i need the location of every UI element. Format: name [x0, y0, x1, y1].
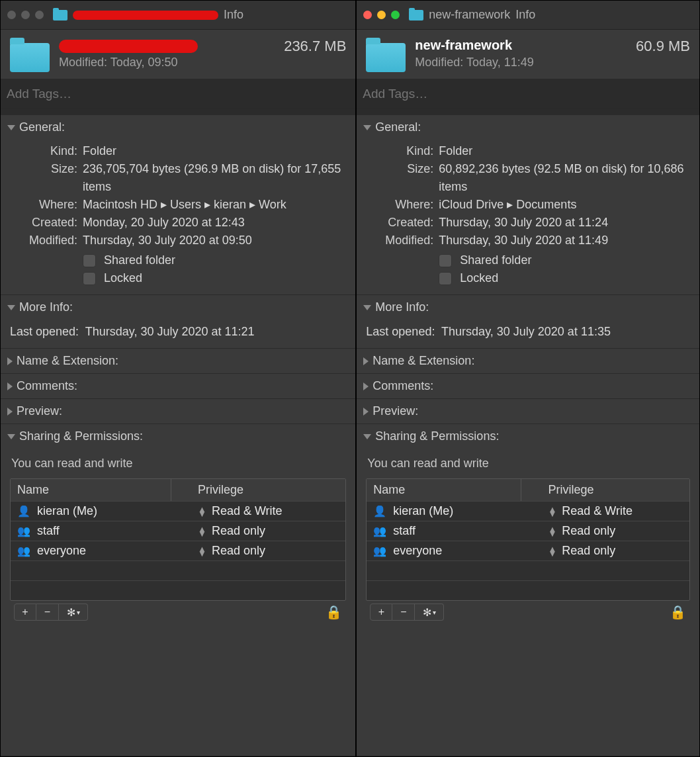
header: new-framework Modified: Today, 11:49 60.…: [357, 30, 699, 79]
stepper-icon[interactable]: ▲▼: [198, 527, 206, 536]
sharing-section: Sharing & Permissions: You can read and …: [357, 424, 699, 756]
name-extension-disclosure[interactable]: Name & Extension:: [357, 349, 699, 373]
permissions-table: Name Privilege 👤kieran (Me)▲▼Read & Writ…: [366, 478, 690, 601]
th-name[interactable]: Name: [367, 479, 521, 501]
minimize-button[interactable]: [21, 11, 30, 19]
last-opened-value: Thursday, 30 July 2020 at 11:35: [441, 325, 611, 338]
titlebar[interactable]: new-framework Info: [357, 1, 699, 30]
size-value: 60.9 MB: [636, 38, 690, 55]
stepper-icon[interactable]: ▲▼: [548, 547, 556, 556]
general-section: General: Kind:Folder Size:60,892,236 byt…: [357, 115, 699, 295]
sharing-desc: You can read and write: [10, 451, 346, 478]
more-info-disclosure[interactable]: More Info:: [357, 295, 699, 320]
size-value: 236,705,704 bytes (296.9 MB on disk) for…: [83, 160, 346, 196]
header: Modified: Today, 09:50 236.7 MB: [1, 30, 355, 79]
size-value: 60,892,236 bytes (92.5 MB on disk) for 1…: [439, 160, 690, 196]
kind-value: Folder: [83, 142, 346, 160]
chevron-down-icon: [363, 305, 371, 310]
user-icon: 👤: [373, 505, 386, 517]
chevron-right-icon: [7, 357, 13, 365]
action-menu[interactable]: ✻ ▾: [59, 603, 88, 621]
locked-checkbox[interactable]: [83, 272, 96, 285]
remove-button[interactable]: −: [392, 603, 415, 621]
sharing-disclosure[interactable]: Sharing & Permissions:: [357, 424, 699, 449]
locked-label: Locked: [104, 271, 142, 285]
preview-disclosure[interactable]: Preview:: [357, 399, 699, 423]
redacted-title: [73, 11, 218, 20]
stepper-icon[interactable]: ▲▼: [548, 527, 556, 536]
titlebar[interactable]: Info: [1, 1, 355, 30]
more-info-section: More Info: Last opened: Thursday, 30 Jul…: [357, 295, 699, 349]
more-info-label: More Info:: [375, 300, 429, 314]
tags-input[interactable]: [363, 87, 693, 101]
table-row: [367, 560, 689, 580]
add-button[interactable]: +: [370, 603, 392, 621]
action-menu[interactable]: ✻ ▾: [415, 603, 444, 621]
redacted-name: [59, 40, 198, 53]
group-icon: 👥: [17, 525, 30, 537]
modified-label: Modified:: [366, 232, 439, 249]
remove-button[interactable]: −: [36, 603, 59, 621]
comments-disclosure[interactable]: Comments:: [357, 374, 699, 398]
chevron-down-icon: [363, 125, 371, 130]
folder-icon: [366, 43, 406, 72]
th-name[interactable]: Name: [11, 479, 171, 501]
th-priv[interactable]: Privilege: [171, 479, 345, 501]
shared-label: Shared folder: [104, 253, 175, 267]
tags-field[interactable]: [1, 79, 355, 109]
zoom-button[interactable]: [35, 11, 44, 19]
more-info-disclosure[interactable]: More Info:: [1, 295, 355, 320]
chevron-down-icon: [7, 305, 15, 310]
title-suffix: Info: [224, 8, 243, 22]
table-row[interactable]: 👤kieran (Me)▲▼Read & Write: [11, 501, 345, 521]
stepper-icon[interactable]: ▲▼: [198, 507, 206, 516]
shared-checkbox[interactable]: [83, 254, 96, 267]
zoom-button[interactable]: [391, 11, 400, 19]
table-row[interactable]: 👥everyone▲▼Read only: [367, 541, 689, 560]
name-extension-label: Name & Extension:: [17, 354, 118, 368]
created-value: Monday, 20 July 2020 at 12:43: [83, 214, 346, 232]
folder-icon: [10, 43, 50, 72]
table-row[interactable]: 👥staff▲▼Read only: [11, 521, 345, 541]
group-icon: 👥: [17, 545, 30, 557]
preview-label: Preview:: [372, 404, 418, 418]
created-value: Thursday, 30 July 2020 at 11:24: [439, 214, 690, 232]
chevron-right-icon: [363, 357, 369, 365]
close-button[interactable]: [7, 11, 16, 19]
kind-label: Kind:: [10, 142, 83, 160]
sharing-disclosure[interactable]: Sharing & Permissions:: [1, 424, 355, 449]
folder-icon: [409, 10, 423, 21]
stepper-icon[interactable]: ▲▼: [198, 547, 206, 556]
general-disclosure[interactable]: General:: [1, 115, 355, 140]
created-label: Created:: [10, 214, 83, 232]
preview-disclosure[interactable]: Preview:: [1, 399, 355, 423]
lock-icon[interactable]: 🔒: [326, 604, 342, 620]
table-row[interactable]: 👥everyone▲▼Read only: [11, 541, 345, 560]
permissions-table: Name Privilege 👤kieran (Me)▲▼Read & Writ…: [10, 478, 346, 601]
close-button[interactable]: [363, 11, 372, 19]
shared-checkbox[interactable]: [439, 254, 452, 267]
permissions-toolbar: + − ✻ ▾ 🔒: [366, 601, 690, 623]
modified-label: Modified:: [415, 56, 463, 69]
sharing-label: Sharing & Permissions:: [375, 429, 499, 443]
chevron-right-icon: [7, 408, 13, 416]
permissions-toolbar: + − ✻ ▾ 🔒: [10, 601, 346, 623]
table-row[interactable]: 👥staff▲▼Read only: [367, 521, 689, 541]
name-extension-disclosure[interactable]: Name & Extension:: [1, 349, 355, 373]
created-label: Created:: [366, 214, 439, 232]
title-name: new-framework: [429, 8, 510, 22]
tags-field[interactable]: [357, 79, 699, 109]
lock-icon[interactable]: 🔒: [670, 604, 686, 620]
where-label: Where:: [366, 196, 439, 214]
general-disclosure[interactable]: General:: [357, 115, 699, 140]
title-suffix: Info: [515, 8, 535, 22]
minimize-button[interactable]: [377, 11, 386, 19]
add-button[interactable]: +: [14, 603, 36, 621]
th-priv[interactable]: Privilege: [521, 479, 689, 501]
locked-checkbox[interactable]: [439, 272, 452, 285]
modified-label: Modified:: [59, 56, 107, 69]
stepper-icon[interactable]: ▲▼: [548, 507, 556, 516]
tags-input[interactable]: [7, 87, 349, 101]
comments-disclosure[interactable]: Comments:: [1, 374, 355, 398]
table-row[interactable]: 👤kieran (Me)▲▼Read & Write: [367, 501, 689, 521]
